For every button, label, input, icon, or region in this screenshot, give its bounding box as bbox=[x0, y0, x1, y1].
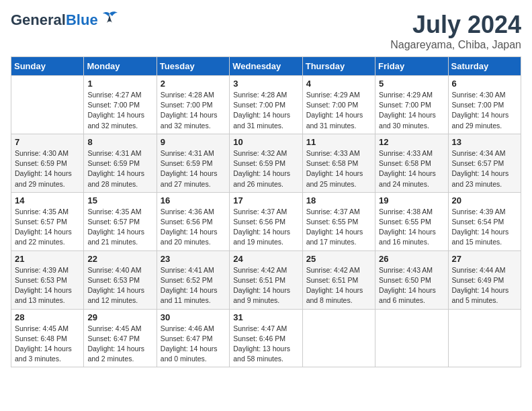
day-info: Sunrise: 4:37 AMSunset: 6:55 PMDaylight:… bbox=[306, 207, 371, 248]
calendar-cell: 22Sunrise: 4:40 AMSunset: 6:53 PMDayligh… bbox=[84, 250, 157, 309]
calendar-cell: 14Sunrise: 4:35 AMSunset: 6:57 PMDayligh… bbox=[11, 192, 84, 250]
day-number: 2 bbox=[161, 79, 226, 89]
day-number: 31 bbox=[233, 312, 298, 322]
day-info: Sunrise: 4:34 AMSunset: 6:57 PMDaylight:… bbox=[452, 148, 517, 189]
calendar-cell: 19Sunrise: 4:38 AMSunset: 6:55 PMDayligh… bbox=[375, 192, 448, 250]
column-header-friday: Friday bbox=[375, 57, 448, 76]
day-info: Sunrise: 4:29 AMSunset: 7:00 PMDaylight:… bbox=[306, 90, 371, 131]
calendar-header-row: SundayMondayTuesdayWednesdayThursdayFrid… bbox=[11, 57, 521, 76]
day-info: Sunrise: 4:39 AMSunset: 6:53 PMDaylight:… bbox=[15, 265, 80, 306]
day-info: Sunrise: 4:38 AMSunset: 6:55 PMDaylight:… bbox=[379, 207, 444, 248]
day-number: 20 bbox=[452, 195, 517, 205]
day-number: 3 bbox=[233, 79, 298, 89]
calendar-cell: 31Sunrise: 4:47 AMSunset: 6:46 PMDayligh… bbox=[230, 309, 302, 367]
calendar-cell bbox=[375, 309, 448, 367]
day-info: Sunrise: 4:33 AMSunset: 6:58 PMDaylight:… bbox=[379, 148, 444, 189]
calendar-cell: 21Sunrise: 4:39 AMSunset: 6:53 PMDayligh… bbox=[11, 250, 84, 309]
day-info: Sunrise: 4:35 AMSunset: 6:57 PMDaylight:… bbox=[87, 207, 152, 248]
day-info: Sunrise: 4:31 AMSunset: 6:59 PMDaylight:… bbox=[87, 148, 152, 189]
calendar-week-row: 28Sunrise: 4:45 AMSunset: 6:48 PMDayligh… bbox=[11, 309, 521, 367]
day-number: 16 bbox=[161, 195, 226, 205]
day-info: Sunrise: 4:45 AMSunset: 6:47 PMDaylight:… bbox=[87, 324, 152, 365]
day-info: Sunrise: 4:29 AMSunset: 7:00 PMDaylight:… bbox=[379, 90, 444, 131]
day-number: 5 bbox=[379, 79, 444, 89]
day-number: 11 bbox=[306, 137, 371, 147]
calendar-cell: 8Sunrise: 4:31 AMSunset: 6:59 PMDaylight… bbox=[84, 134, 157, 192]
day-info: Sunrise: 4:30 AMSunset: 7:00 PMDaylight:… bbox=[452, 90, 517, 131]
calendar-cell: 18Sunrise: 4:37 AMSunset: 6:55 PMDayligh… bbox=[302, 192, 375, 250]
calendar-week-row: 7Sunrise: 4:30 AMSunset: 6:59 PMDaylight… bbox=[11, 134, 521, 192]
day-number: 22 bbox=[87, 254, 152, 264]
day-number: 17 bbox=[233, 195, 298, 205]
month-year-title: July 2024 bbox=[390, 11, 521, 39]
page-header: GeneralBlue July 2024 Nagareyama, Chiba,… bbox=[11, 11, 521, 51]
day-number: 19 bbox=[379, 195, 444, 205]
day-info: Sunrise: 4:32 AMSunset: 6:59 PMDaylight:… bbox=[233, 148, 298, 189]
day-number: 8 bbox=[87, 137, 152, 147]
day-number: 6 bbox=[452, 79, 517, 89]
calendar-cell: 6Sunrise: 4:30 AMSunset: 7:00 PMDaylight… bbox=[448, 76, 521, 134]
day-number: 25 bbox=[306, 254, 371, 264]
calendar-cell: 11Sunrise: 4:33 AMSunset: 6:58 PMDayligh… bbox=[302, 134, 375, 192]
day-info: Sunrise: 4:37 AMSunset: 6:56 PMDaylight:… bbox=[233, 207, 298, 248]
day-info: Sunrise: 4:31 AMSunset: 6:59 PMDaylight:… bbox=[161, 148, 226, 189]
day-info: Sunrise: 4:28 AMSunset: 7:00 PMDaylight:… bbox=[233, 90, 298, 131]
calendar-cell: 2Sunrise: 4:28 AMSunset: 7:00 PMDaylight… bbox=[157, 76, 229, 134]
calendar-cell: 26Sunrise: 4:43 AMSunset: 6:50 PMDayligh… bbox=[375, 250, 448, 309]
day-info: Sunrise: 4:36 AMSunset: 6:56 PMDaylight:… bbox=[161, 207, 226, 248]
calendar-cell: 13Sunrise: 4:34 AMSunset: 6:57 PMDayligh… bbox=[448, 134, 521, 192]
column-header-sunday: Sunday bbox=[11, 57, 84, 76]
logo-text: GeneralBlue bbox=[11, 11, 98, 29]
calendar-cell: 25Sunrise: 4:42 AMSunset: 6:51 PMDayligh… bbox=[302, 250, 375, 309]
day-info: Sunrise: 4:46 AMSunset: 6:47 PMDaylight:… bbox=[161, 324, 226, 365]
day-info: Sunrise: 4:41 AMSunset: 6:52 PMDaylight:… bbox=[161, 265, 226, 306]
calendar-cell: 4Sunrise: 4:29 AMSunset: 7:00 PMDaylight… bbox=[302, 76, 375, 134]
calendar-cell: 1Sunrise: 4:27 AMSunset: 7:00 PMDaylight… bbox=[84, 76, 157, 134]
calendar-cell: 29Sunrise: 4:45 AMSunset: 6:47 PMDayligh… bbox=[84, 309, 157, 367]
day-info: Sunrise: 4:47 AMSunset: 6:46 PMDaylight:… bbox=[233, 324, 298, 365]
day-info: Sunrise: 4:39 AMSunset: 6:54 PMDaylight:… bbox=[452, 207, 517, 248]
logo: GeneralBlue bbox=[11, 11, 119, 30]
logo-blue: Blue bbox=[66, 11, 98, 28]
column-header-monday: Monday bbox=[84, 57, 157, 76]
calendar-cell: 7Sunrise: 4:30 AMSunset: 6:59 PMDaylight… bbox=[11, 134, 84, 192]
day-number: 27 bbox=[452, 254, 517, 264]
calendar-cell: 28Sunrise: 4:45 AMSunset: 6:48 PMDayligh… bbox=[11, 309, 84, 367]
day-number: 15 bbox=[87, 195, 152, 205]
day-info: Sunrise: 4:33 AMSunset: 6:58 PMDaylight:… bbox=[306, 148, 371, 189]
day-info: Sunrise: 4:42 AMSunset: 6:51 PMDaylight:… bbox=[233, 265, 298, 306]
calendar-cell: 9Sunrise: 4:31 AMSunset: 6:59 PMDaylight… bbox=[157, 134, 229, 192]
day-number: 1 bbox=[87, 79, 152, 89]
location-subtitle: Nagareyama, Chiba, Japan bbox=[390, 39, 521, 51]
day-number: 23 bbox=[161, 254, 226, 264]
day-number: 30 bbox=[161, 312, 226, 322]
day-number: 14 bbox=[15, 195, 80, 205]
calendar-week-row: 21Sunrise: 4:39 AMSunset: 6:53 PMDayligh… bbox=[11, 250, 521, 309]
day-info: Sunrise: 4:35 AMSunset: 6:57 PMDaylight:… bbox=[15, 207, 80, 248]
column-header-thursday: Thursday bbox=[302, 57, 375, 76]
calendar-cell: 23Sunrise: 4:41 AMSunset: 6:52 PMDayligh… bbox=[157, 250, 229, 309]
calendar-cell: 30Sunrise: 4:46 AMSunset: 6:47 PMDayligh… bbox=[157, 309, 229, 367]
logo-general: General bbox=[11, 11, 66, 28]
calendar-cell bbox=[11, 76, 84, 134]
logo-bird-icon bbox=[100, 11, 119, 30]
day-number: 29 bbox=[87, 312, 152, 322]
day-number: 28 bbox=[15, 312, 80, 322]
calendar-cell: 12Sunrise: 4:33 AMSunset: 6:58 PMDayligh… bbox=[375, 134, 448, 192]
calendar-cell: 15Sunrise: 4:35 AMSunset: 6:57 PMDayligh… bbox=[84, 192, 157, 250]
day-number: 7 bbox=[15, 137, 80, 147]
day-info: Sunrise: 4:27 AMSunset: 7:00 PMDaylight:… bbox=[87, 90, 152, 131]
calendar-week-row: 14Sunrise: 4:35 AMSunset: 6:57 PMDayligh… bbox=[11, 192, 521, 250]
calendar-week-row: 1Sunrise: 4:27 AMSunset: 7:00 PMDaylight… bbox=[11, 76, 521, 134]
title-block: July 2024 Nagareyama, Chiba, Japan bbox=[390, 11, 521, 51]
day-number: 18 bbox=[306, 195, 371, 205]
day-number: 10 bbox=[233, 137, 298, 147]
day-info: Sunrise: 4:30 AMSunset: 6:59 PMDaylight:… bbox=[15, 148, 80, 189]
day-number: 26 bbox=[379, 254, 444, 264]
day-number: 13 bbox=[452, 137, 517, 147]
calendar-cell bbox=[448, 309, 521, 367]
calendar-cell: 10Sunrise: 4:32 AMSunset: 6:59 PMDayligh… bbox=[230, 134, 302, 192]
calendar-table: SundayMondayTuesdayWednesdayThursdayFrid… bbox=[11, 56, 521, 367]
day-info: Sunrise: 4:28 AMSunset: 7:00 PMDaylight:… bbox=[161, 90, 226, 131]
column-header-saturday: Saturday bbox=[448, 57, 521, 76]
